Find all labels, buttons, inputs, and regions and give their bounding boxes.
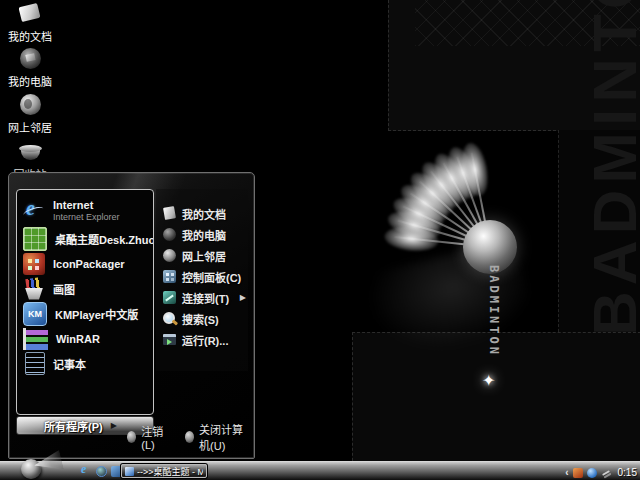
taskbar: › -->>桌酷主题 - Mic... ‹ 0:15 (0, 461, 640, 480)
my-computer-icon (162, 227, 177, 242)
my-computer-icon (16, 47, 44, 71)
taskbar-window-label: -->>桌酷主题 - Mic... (137, 465, 203, 478)
control-panel-icon (162, 269, 177, 284)
menu-item-iconpackager[interactable]: IconPackager (17, 251, 153, 276)
start-menu-footer: 注销(L) 关闭计算机(U) (127, 421, 254, 453)
recycle-bin-icon (16, 140, 44, 164)
taskbar-clock[interactable]: 0:15 (618, 467, 637, 478)
desktop-icon-label: 网上邻居 (2, 119, 58, 135)
menu-item-network-places[interactable]: 网上邻居 (156, 245, 248, 266)
menu-item-my-computer[interactable]: 我的电脑 (156, 224, 248, 245)
menu-item-label: 连接到(T) (182, 290, 235, 306)
wallpaper-big-text: BADMINTON (584, 0, 640, 336)
badminton-vertical-text: BADMINTON (487, 265, 501, 357)
shuttlecock-graphic: BADMINTON ✦ (370, 115, 550, 405)
my-documents-icon (162, 206, 177, 221)
menu-item-label: 控制面板(C) (182, 269, 246, 285)
winrar-icon (23, 328, 48, 350)
internet-explorer-icon (23, 200, 45, 222)
menu-item-label: 运行(R)... (182, 332, 246, 348)
start-button[interactable] (20, 450, 66, 480)
iconpackager-icon (23, 253, 45, 275)
menu-item-label: 我的电脑 (182, 227, 246, 243)
desktop-icon-label: 我的电脑 (2, 73, 58, 89)
search-icon (162, 311, 177, 326)
menu-item-label: 搜索(S) (182, 311, 246, 327)
menu-item-notepad[interactable]: 记事本 (17, 351, 153, 376)
menu-item-sublabel: Internet Explorer (53, 212, 120, 222)
connect-to-icon (162, 290, 177, 305)
menu-item-label: 画图 (53, 281, 75, 297)
all-programs-label: 所有程序(P) (44, 418, 103, 434)
start-menu-pinned-list: Internet Internet Explorer 桌酷主题Desk.Zhuo… (16, 189, 154, 415)
my-documents-icon (16, 2, 44, 26)
ie-document-icon (125, 467, 134, 476)
menu-item-label: 桌酷主题Desk.ZhuoKu.Com (55, 231, 154, 247)
shutdown-button[interactable]: 关闭计算机(U) (185, 421, 254, 453)
right-arrow-icon: ▶ (111, 421, 117, 430)
desktop-icon-network-places[interactable]: 网上邻居 (2, 93, 58, 135)
run-icon (162, 332, 177, 347)
menu-item-label: Internet (53, 199, 120, 212)
menu-item-kmplayer[interactable]: KMPlayer中文版 (17, 301, 153, 326)
submenu-arrow-icon: ▶ (240, 293, 246, 302)
network-tray-icon[interactable] (587, 468, 597, 478)
menu-item-label: 网上邻居 (182, 248, 246, 264)
menu-item-connect-to[interactable]: 连接到(T) ▶ (156, 287, 248, 308)
system-tray: ‹ 0:15 (565, 467, 637, 478)
logoff-icon (127, 431, 136, 443)
start-menu: Internet Internet Explorer 桌酷主题Desk.Zhuo… (8, 172, 255, 459)
taskbar-window-button[interactable]: -->>桌酷主题 - Mic... (121, 464, 207, 478)
menu-item-control-panel[interactable]: 控制面板(C) (156, 266, 248, 287)
desktop-icon-my-documents[interactable]: 我的文档 (2, 2, 58, 44)
paint-icon (23, 278, 45, 300)
menu-item-winrar[interactable]: WinRAR (17, 326, 153, 351)
zhuoku-theme-icon (23, 227, 47, 251)
menu-item-zhuoku-theme[interactable]: 桌酷主题Desk.ZhuoKu.Com (17, 226, 153, 251)
start-orb-shuttlecock-icon (21, 459, 41, 479)
network-places-icon (16, 93, 44, 117)
logoff-button[interactable]: 注销(L) (127, 423, 169, 451)
menu-item-internet[interactable]: Internet Internet Explorer (17, 195, 153, 226)
menu-item-paint[interactable]: 画图 (17, 276, 153, 301)
notepad-icon (25, 352, 45, 375)
show-desktop-icon[interactable] (96, 466, 107, 477)
menu-item-search[interactable]: 搜索(S) (156, 308, 248, 329)
menu-item-label: WinRAR (56, 333, 100, 345)
desktop-icon-label: 我的文档 (2, 28, 58, 44)
sparkle-icon: ✦ (482, 371, 495, 390)
shutdown-label: 关闭计算机(U) (199, 421, 254, 453)
menu-item-label: IconPackager (53, 258, 125, 270)
menu-item-label: 我的文档 (182, 206, 246, 222)
tray-collapse-chevron-icon[interactable]: ‹ (565, 467, 568, 478)
menu-item-label: 记事本 (53, 356, 86, 372)
menu-item-label: KMPlayer中文版 (55, 306, 138, 322)
network-places-icon (162, 248, 177, 263)
menu-item-run[interactable]: 运行(R)... (156, 329, 248, 350)
menu-item-my-documents[interactable]: 我的文档 (156, 203, 248, 224)
input-method-tray-icon[interactable] (601, 468, 611, 478)
desktop-icon-my-computer[interactable]: 我的电脑 (2, 47, 58, 89)
start-menu-places-list: 我的文档 我的电脑 网上邻居 控制面板(C) 连接到(T) ▶ 搜索(S) (156, 189, 248, 371)
shutdown-icon (185, 431, 194, 443)
desktop: BADMINTON BADMINTON ✦ BADMINTON ✦ 我的文档 我… (0, 0, 640, 480)
theme-tray-icon[interactable] (573, 468, 583, 478)
internet-explorer-icon[interactable] (80, 465, 92, 477)
kmplayer-icon (23, 302, 47, 326)
logoff-label: 注销(L) (141, 423, 168, 451)
